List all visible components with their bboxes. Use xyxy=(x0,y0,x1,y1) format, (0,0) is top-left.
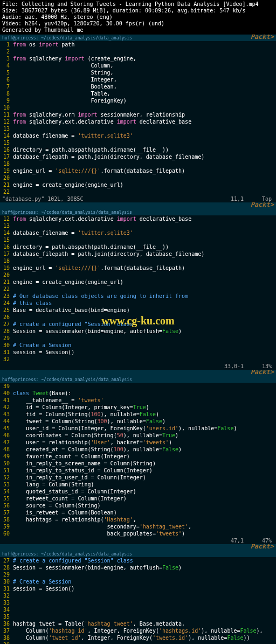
code-line[interactable]: 32 xyxy=(0,356,276,363)
line-number: 55 xyxy=(0,495,13,502)
code-line[interactable]: 24# this class xyxy=(0,300,276,307)
code-line[interactable]: 40class Tweet(Base): xyxy=(0,390,276,397)
code-line[interactable]: 29 xyxy=(0,571,276,578)
code-line[interactable]: 51 in_reply_to_status_id = Column(Intege… xyxy=(0,467,276,474)
code-line[interactable]: 34 xyxy=(0,606,276,613)
code-line[interactable]: 5 String, xyxy=(0,69,276,76)
code-line[interactable]: 28Session = sessionmaker(bind=engine, au… xyxy=(0,328,276,335)
code-line[interactable]: 33 xyxy=(0,599,276,606)
code-line[interactable]: 57 is_retweet = Column(Boolean) xyxy=(0,509,276,516)
token-id: database_filename = xyxy=(13,133,78,139)
code-line[interactable]: 22 xyxy=(0,188,276,195)
code-line[interactable]: 55 retweet_count = Column(Integer) xyxy=(0,495,276,502)
code-line[interactable]: 18 xyxy=(0,257,276,265)
code-line[interactable]: 16directory = path.abspath(path.dirname(… xyxy=(0,146,276,153)
code-line[interactable]: 14database_filename = 'twitter.sqlite3' xyxy=(0,132,276,139)
token-id: hashtags = relationship( xyxy=(13,517,104,523)
terminal-statusline: Packt> xyxy=(0,202,276,209)
code-line[interactable]: 28Session = sessionmaker(bind=engine, au… xyxy=(0,564,276,571)
code-line[interactable]: 9 ForeignKey) xyxy=(0,97,276,104)
token-id: user = relationship( xyxy=(13,439,91,445)
token-str: 'tweets.id' xyxy=(153,635,188,641)
code-line[interactable]: 10 xyxy=(0,104,276,111)
code-line[interactable]: 41 __tablename__ = 'tweets' xyxy=(0,397,276,404)
code-line[interactable]: 16directory = path.abspath(path.dirname(… xyxy=(0,243,276,250)
token-id: ) xyxy=(178,565,182,571)
code-line[interactable]: 39 xyxy=(0,641,276,644)
editor-pane-1[interactable]: 1from os import path23from sqlalchemy im… xyxy=(0,41,276,195)
code-line[interactable]: 36hashtag_tweet = Table('hashtag_tweet',… xyxy=(0,620,276,627)
code-line[interactable]: 17database_filepath = path.join(director… xyxy=(0,250,276,257)
code-line[interactable]: 27# create a configured "Session" class xyxy=(0,557,276,564)
code-line[interactable]: 1from os import path xyxy=(0,41,276,48)
code-line[interactable]: 12from sqlalchemy.ext.declarative import… xyxy=(0,118,276,125)
code-line[interactable]: 56 source = Column(String) xyxy=(0,502,276,509)
line-number: 21 xyxy=(0,181,13,188)
code-line[interactable]: 30# Create a Session xyxy=(0,578,276,585)
code-line[interactable]: 3from sqlalchemy import (create_engine, xyxy=(0,55,276,62)
code-line[interactable]: 19engine_url = 'sqlite:///{}'.format(dat… xyxy=(0,167,276,174)
code-line[interactable]: 22 xyxy=(0,286,276,293)
code-line[interactable]: 11from sqlalchemy.orm import sessionmake… xyxy=(0,111,276,118)
code-line[interactable]: 21engine = create_engine(engine_url) xyxy=(0,181,276,188)
code-line[interactable]: 35 xyxy=(0,613,276,620)
code-line[interactable]: 4 Column, xyxy=(0,62,276,69)
code-line[interactable]: 47 user = relationship('User', backref='… xyxy=(0,439,276,446)
token-str: 'tweets' xyxy=(143,439,169,445)
code-line[interactable]: 2 xyxy=(0,48,276,55)
code-line[interactable]: 49 favorite_count = Column(Integer) xyxy=(0,453,276,460)
code-line[interactable]: 60 back_populates='tweets') xyxy=(0,530,276,537)
code-line[interactable]: 26 xyxy=(0,314,276,321)
code-line[interactable]: 50 in_reply_to_screen_name = Column(Stri… xyxy=(0,460,276,467)
code-line[interactable]: 31session = Session() xyxy=(0,349,276,356)
code-line[interactable]: 48 created_at = Column(String(100), null… xyxy=(0,446,276,453)
code-line[interactable]: 8 Table, xyxy=(0,90,276,97)
editor-pane-3[interactable]: 3940class Tweet(Base):41 __tablename__ =… xyxy=(0,383,276,537)
line-number: 10 xyxy=(0,104,13,111)
code-line[interactable]: 15 xyxy=(0,236,276,243)
token-str: 'tweets' xyxy=(78,397,104,403)
code-line[interactable]: 25Base = declarative_base(bind=engine) xyxy=(0,307,276,314)
line-number: 18 xyxy=(0,257,13,265)
token-cm: # Create a Session xyxy=(13,342,71,348)
code-line[interactable]: 20 xyxy=(0,272,276,279)
code-line[interactable]: 7 Boolean, xyxy=(0,83,276,90)
editor-pane-4[interactable]: 27# create a configured "Session" class2… xyxy=(0,557,276,644)
code-line[interactable]: 45 user_id = Column(Integer, ForeignKey(… xyxy=(0,425,276,432)
code-line[interactable]: 19engine_url = 'sqlite:///{}'.format(dat… xyxy=(0,265,276,272)
code-line[interactable]: 32 xyxy=(0,592,276,599)
code-line[interactable]: 31session = Session() xyxy=(0,585,276,592)
code-line[interactable]: 46 coordinates = Column(String(50), null… xyxy=(0,432,276,439)
editor-pane-2[interactable]: 12from sqlalchemy.ext.declarative import… xyxy=(0,215,276,363)
code-line[interactable]: 17database_filepath = path.join(director… xyxy=(0,153,276,160)
code-line[interactable]: 44 tweet = Column(String(300), nullable=… xyxy=(0,418,276,425)
code-line[interactable]: 29 xyxy=(0,335,276,342)
line-number: 22 xyxy=(0,188,13,195)
code-line[interactable]: 42 id = Column(Integer, primary_key=True… xyxy=(0,404,276,411)
line-number: 42 xyxy=(0,404,13,411)
code-line[interactable]: 37 Column('hashtag_id', Integer, Foreign… xyxy=(0,627,276,634)
code-line[interactable]: 54 quoted_status_id = Column(Integer) xyxy=(0,488,276,495)
code-line[interactable]: 38 Column('tweet_id', Integer, ForeignKe… xyxy=(0,634,276,641)
code-line[interactable]: 18 xyxy=(0,160,276,167)
code-line[interactable]: 14database_filename = 'twitter.sqlite3' xyxy=(0,229,276,236)
code-line[interactable]: 58 hashtags = relationship('Hashtag', xyxy=(0,516,276,523)
token-id: session = Session() xyxy=(13,349,74,355)
code-line[interactable]: 52 in_reply_to_user_id = Column(Integer) xyxy=(0,474,276,481)
token-str: 'twitter.sqlite3' xyxy=(78,133,133,139)
code-line[interactable]: 27# create a configured "Session" class xyxy=(0,321,276,328)
code-line[interactable]: 6 Integer, xyxy=(0,76,276,83)
code-line[interactable]: 30# Create a Session xyxy=(0,342,276,349)
token-id: Session = sessionmaker(bind=engine, auto… xyxy=(13,328,162,334)
code-line[interactable]: 53 lang = Column(String) xyxy=(0,481,276,488)
code-line[interactable]: 21engine = create_engine(engine_url) xyxy=(0,279,276,286)
code-line[interactable]: 20 xyxy=(0,174,276,181)
code-line[interactable]: 23# Our database class objects are going… xyxy=(0,293,276,300)
code-line[interactable]: 13 xyxy=(0,222,276,229)
code-line[interactable]: 59 secondary='hashtag_tweet', xyxy=(0,523,276,530)
code-line[interactable]: 15 xyxy=(0,139,276,146)
code-line[interactable]: 12from sqlalchemy.ext.declarative import… xyxy=(0,215,276,222)
code-line[interactable]: 39 xyxy=(0,383,276,390)
code-line[interactable]: 43 tid = Column(String(100), nullable=Fa… xyxy=(0,411,276,418)
code-line[interactable]: 13 xyxy=(0,125,276,132)
